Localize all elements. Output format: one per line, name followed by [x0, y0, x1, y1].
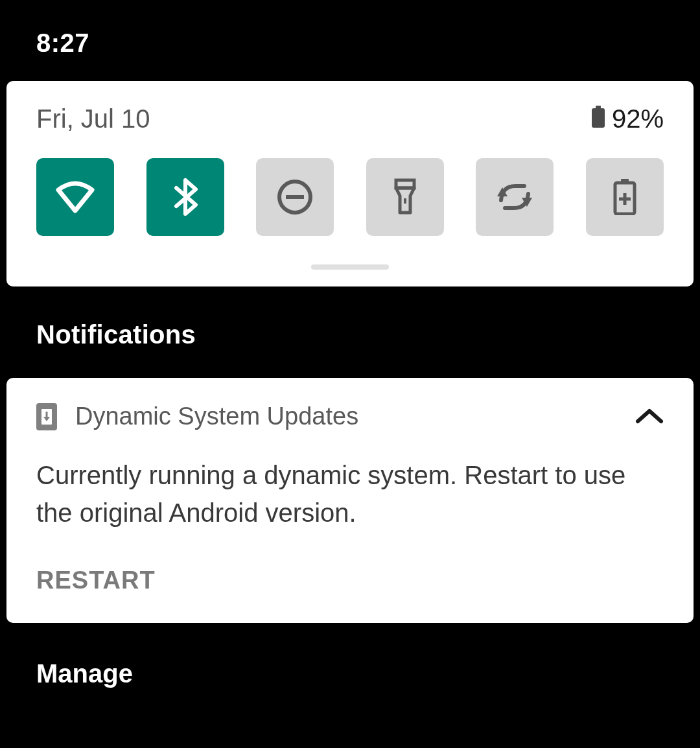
svg-rect-0	[596, 106, 601, 108]
battery-status: 92%	[591, 104, 664, 134]
wifi-icon	[54, 180, 96, 215]
manage-button[interactable]: Manage	[0, 623, 700, 688]
bluetooth-icon	[172, 178, 198, 216]
notification-card[interactable]: Dynamic System Updates Currently running…	[6, 378, 694, 623]
system-update-icon	[36, 403, 57, 430]
collapse-icon[interactable]	[635, 407, 664, 427]
battery-saver-tile[interactable]	[586, 158, 664, 236]
notification-header: Dynamic System Updates	[36, 403, 664, 430]
battery-percentage: 92%	[612, 104, 664, 134]
quick-settings-panel: Fri, Jul 10 92%	[6, 81, 694, 286]
panel-drag-handle[interactable]	[311, 264, 389, 270]
wifi-tile[interactable]	[36, 158, 114, 236]
restart-button[interactable]: RESTART	[36, 567, 156, 594]
notifications-section-header: Notifications	[0, 286, 700, 349]
flashlight-icon	[391, 178, 419, 216]
bluetooth-tile[interactable]	[146, 158, 224, 236]
status-bar-time: 8:27	[0, 0, 700, 58]
svg-rect-5	[404, 198, 406, 204]
svg-rect-1	[592, 108, 605, 128]
date-label: Fri, Jul 10	[36, 104, 150, 134]
auto-rotate-tile[interactable]	[476, 158, 554, 236]
battery-icon	[591, 104, 605, 134]
notification-app-name: Dynamic System Updates	[75, 403, 358, 430]
quick-settings-header: Fri, Jul 10 92%	[36, 104, 664, 134]
auto-rotate-icon	[496, 181, 533, 213]
notification-body-text: Currently running a dynamic system. Rest…	[36, 456, 664, 532]
battery-saver-icon	[613, 179, 636, 215]
flashlight-tile[interactable]	[366, 158, 444, 236]
do-not-disturb-icon	[277, 179, 313, 215]
do-not-disturb-tile[interactable]	[256, 158, 334, 236]
quick-settings-tiles	[36, 158, 664, 236]
